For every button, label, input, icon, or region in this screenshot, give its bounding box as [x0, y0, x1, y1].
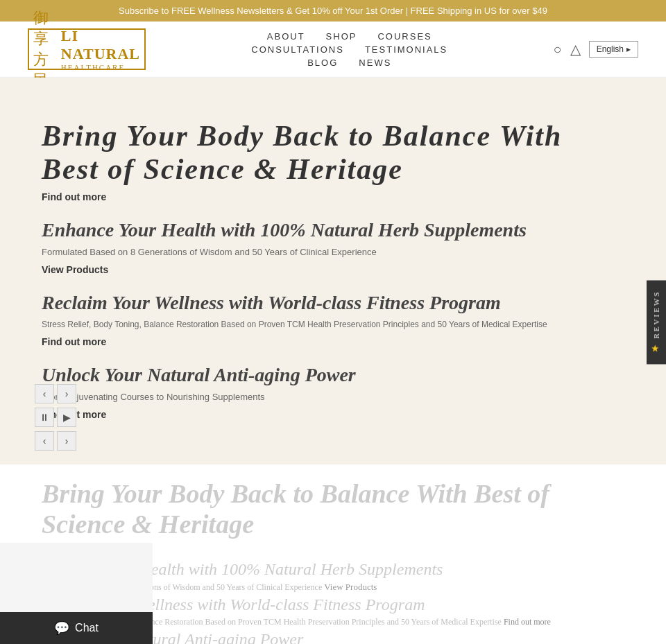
slide2-heading: Enhance Your Health with 100% Natural He… [42, 219, 624, 241]
nav-row-1: ABOUT SHOP COURSES [267, 31, 432, 42]
hero-cta-1[interactable]: Find out more [42, 191, 624, 202]
language-chevron: ▸ [626, 44, 631, 54]
slider-controls: ‹ › ⏸ ▶ ‹ › [35, 384, 76, 451]
slider-play-btn[interactable]: ▶ [57, 408, 76, 427]
slide2-cta[interactable]: View Products [42, 264, 624, 275]
cart-icon[interactable]: △ [570, 41, 581, 58]
nav-about[interactable]: ABOUT [267, 31, 305, 42]
account-icon[interactable]: ○ [554, 42, 562, 58]
logo-text: LI NATURAL HEALTHCARE [61, 27, 140, 71]
chat-preview [0, 543, 153, 612]
top-banner: Subscribe to FREE Wellness Newsletters &… [0, 0, 666, 21]
hero-slide: Bring Your Body Back to Balance With Bes… [0, 78, 666, 464]
below-s2-cta[interactable]: Find out more [504, 617, 551, 627]
language-button[interactable]: English ▸ [589, 41, 638, 58]
logo-subtitle: HEALTHCARE [61, 63, 125, 71]
slide3-desc: Stress Relief, Body Toning, Balance Rest… [42, 320, 624, 329]
slider-prev-btn[interactable]: ‹ [35, 384, 54, 403]
ctrl-row-1: ‹ › [35, 384, 76, 403]
nav-row-3: BLOG NEWS [307, 58, 391, 68]
reviews-label: REVIEWS [652, 290, 660, 338]
slider-next2-btn[interactable]: › [57, 431, 76, 451]
slide4-cta[interactable]: Find out more [42, 409, 624, 420]
slide3-heading: Reclaim Your Wellness with World-class F… [42, 292, 624, 314]
nav-testimonials[interactable]: TESTIMONIALS [365, 44, 447, 55]
logo[interactable]: 御享方民 LI NATURAL HEALTHCARE [28, 28, 146, 70]
slider-pause-btn[interactable]: ⏸ [35, 408, 54, 427]
chat-button[interactable]: 💬 Chat [0, 612, 153, 644]
slide4-desc: From Rejuvenating Courses to Nourishing … [42, 392, 624, 402]
chat-label: Chat [75, 622, 99, 634]
reviews-star: ★ [651, 342, 662, 354]
nav-area: ABOUT SHOP COURSES CONSULTATIONS TESTIMO… [251, 31, 447, 68]
nav-shop[interactable]: SHOP [326, 31, 357, 42]
ctrl-row-3: ‹ › [35, 431, 76, 451]
header-icons: ○ △ English ▸ [554, 41, 638, 58]
hero-title: Bring Your Body Back to Balance With Bes… [42, 119, 624, 186]
nav-courses[interactable]: COURSES [377, 31, 432, 42]
below-s1-cta[interactable]: View Products [324, 582, 377, 592]
ctrl-row-2: ⏸ ▶ [35, 408, 76, 427]
reviews-sidebar[interactable]: ★ REVIEWS [647, 280, 666, 364]
nav-blog[interactable]: BLOG [307, 58, 338, 68]
chat-icon: 💬 [54, 620, 69, 636]
logo-box: 御享方民 LI NATURAL HEALTHCARE [28, 28, 146, 70]
slide4-heading: Unlock Your Natural Anti-aging Power [42, 364, 624, 386]
nav-news[interactable]: NEWS [359, 58, 391, 68]
chat-widget: 💬 Chat [0, 543, 153, 644]
language-label: English [597, 44, 624, 54]
logo-brand: LI NATURAL [61, 27, 140, 63]
slide2-desc: Formulated Based on 8 Generations of Wis… [42, 247, 624, 257]
nav-row-2: CONSULTATIONS TESTIMONIALS [251, 44, 447, 55]
nav-consultations[interactable]: CONSULTATIONS [251, 44, 344, 55]
slide3-cta[interactable]: Find out more [42, 336, 624, 347]
below-title: Bring Your Body Back to Balance With Bes… [42, 478, 624, 539]
banner-text: Subscribe to FREE Wellness Newsletters &… [119, 6, 547, 16]
header: 御享方民 LI NATURAL HEALTHCARE ABOUT SHOP CO… [0, 21, 666, 78]
slider-next-btn[interactable]: › [57, 384, 76, 403]
slider-prev2-btn[interactable]: ‹ [35, 431, 54, 451]
hero-slider: Bring Your Body Back to Balance With Bes… [0, 78, 666, 464]
